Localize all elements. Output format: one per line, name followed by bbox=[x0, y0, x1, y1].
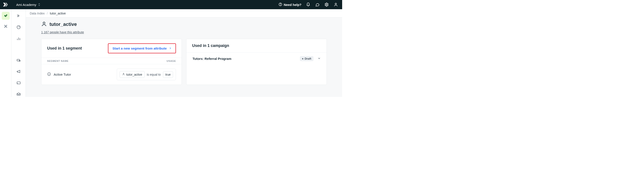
notifications-icon[interactable] bbox=[306, 2, 310, 7]
need-help-button[interactable]: Need help? bbox=[278, 3, 302, 7]
condition-attr-text: tutor_active bbox=[126, 73, 142, 76]
brand-logo[interactable] bbox=[2, 2, 8, 8]
svg-point-3 bbox=[335, 3, 337, 5]
breadcrumb-sep: / bbox=[47, 12, 48, 15]
svg-rect-7 bbox=[17, 82, 20, 84]
deliveries-icon[interactable] bbox=[16, 92, 21, 97]
campaign-row: Tutors: Referral Program Draft bbox=[186, 52, 326, 65]
person-small-icon bbox=[122, 73, 125, 76]
svg-point-10 bbox=[123, 73, 124, 74]
app-rail bbox=[0, 9, 12, 97]
info-icon bbox=[47, 72, 51, 77]
segment-name[interactable]: Active Tutor bbox=[47, 72, 71, 77]
chevron-right-icon bbox=[169, 47, 172, 50]
workspace-switcher[interactable]: Ami Academy bbox=[16, 3, 40, 7]
expand-row-button[interactable] bbox=[318, 57, 321, 61]
svg-point-8 bbox=[43, 22, 45, 24]
segment-condition: tutor_active is equal to true bbox=[117, 69, 176, 80]
sub-nav bbox=[12, 9, 26, 97]
top-header: Ami Academy Need help? bbox=[0, 0, 342, 9]
svg-point-2 bbox=[326, 4, 327, 5]
journeys-icon[interactable] bbox=[16, 57, 21, 63]
campaign-name[interactable]: Tutors: Referral Program bbox=[192, 57, 231, 61]
campaigns-card: Used in 1 campaign Tutors: Referral Prog… bbox=[186, 39, 327, 85]
chevron-down-icon bbox=[318, 57, 321, 61]
status-text: Draft bbox=[305, 57, 311, 60]
start-new-segment-label: Start a new segment from attribute bbox=[112, 47, 167, 50]
workspace-name: Ami Academy bbox=[16, 3, 36, 7]
settings-icon[interactable] bbox=[324, 2, 329, 7]
col-usage: USAGE bbox=[167, 60, 176, 62]
condition-value-text: true bbox=[166, 73, 171, 76]
segment-name-text: Active Tutor bbox=[54, 73, 71, 76]
broadcasts-icon[interactable] bbox=[16, 69, 21, 74]
condition-attr-chip: tutor_active bbox=[120, 71, 144, 78]
segments-table-head: SEGMENT NAME USAGE bbox=[42, 58, 182, 64]
chat-icon[interactable] bbox=[315, 2, 320, 7]
campaigns-card-title: Used in 1 campaign bbox=[192, 43, 229, 48]
person-icon bbox=[41, 21, 47, 27]
condition-value-chip: true bbox=[163, 71, 173, 78]
breadcrumb-current: tutor_active bbox=[50, 12, 66, 15]
segments-card-title: Used in 1 segment bbox=[47, 46, 82, 51]
dashboard-icon[interactable] bbox=[16, 25, 21, 30]
attribute-count-link[interactable]: 1,167 people have this attribute bbox=[41, 31, 84, 34]
condition-operator: is equal to bbox=[147, 73, 161, 76]
breadcrumb: Data Index / tutor_active bbox=[26, 9, 342, 18]
forms-icon[interactable] bbox=[16, 80, 21, 86]
col-segment-name: SEGMENT NAME bbox=[47, 60, 68, 62]
breadcrumb-root[interactable]: Data Index bbox=[30, 12, 45, 15]
expand-sidebar-icon[interactable] bbox=[16, 13, 21, 19]
account-icon[interactable] bbox=[334, 2, 338, 7]
page-title: tutor_active bbox=[50, 22, 77, 27]
analytics-icon[interactable] bbox=[16, 36, 21, 41]
status-badge: Draft bbox=[300, 56, 314, 61]
svg-point-6 bbox=[19, 60, 20, 61]
rail-item-2[interactable] bbox=[2, 22, 10, 30]
chevron-updown-icon bbox=[38, 3, 40, 6]
main-area: Data Index / tutor_active tutor_active 1… bbox=[26, 9, 342, 97]
segment-row: Active Tutor tutor_active is equal to bbox=[42, 64, 182, 85]
need-help-label: Need help? bbox=[284, 3, 302, 7]
page-head: tutor_active bbox=[41, 21, 327, 27]
segments-card: Used in 1 segment Start a new segment fr… bbox=[41, 39, 182, 85]
status-dot-icon bbox=[302, 58, 304, 59]
help-circle-icon bbox=[278, 3, 282, 7]
start-new-segment-button[interactable]: Start a new segment from attribute bbox=[108, 43, 176, 53]
rail-item-1[interactable] bbox=[2, 12, 10, 20]
